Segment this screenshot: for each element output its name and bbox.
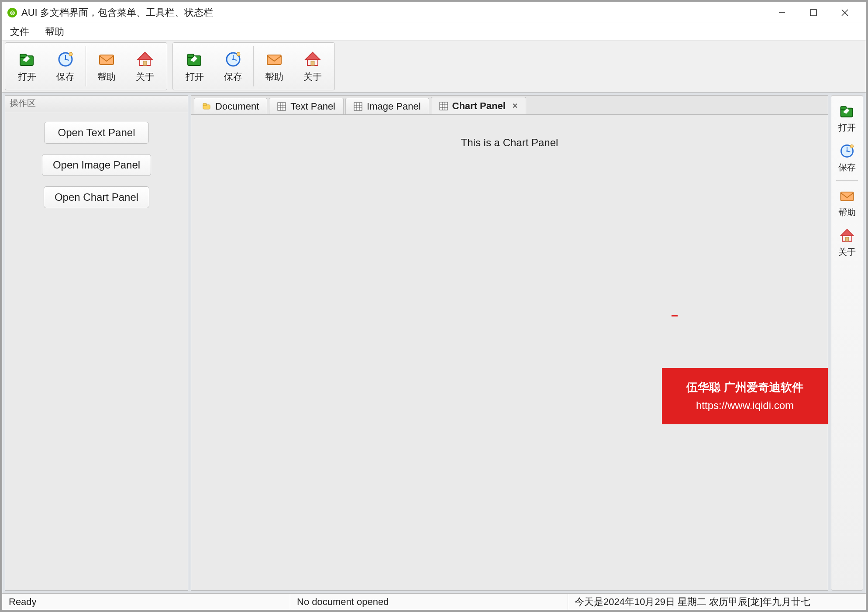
close-button[interactable] <box>829 2 861 23</box>
tb-save-label: 保存 <box>56 71 75 83</box>
toolbar-group-1: 打开 保存 帮助 关于 <box>5 42 167 90</box>
app-icon: ◎ <box>7 8 17 17</box>
rtb-about-label: 关于 <box>838 246 856 258</box>
document-area: Document Text Panel Image Panel Chart Pa… <box>191 95 828 591</box>
grid-icon <box>354 102 362 111</box>
open-chart-panel-button[interactable]: Open Chart Panel <box>44 186 149 208</box>
status-date: 今天是2024年10月29日 星期二 农历甲辰[龙]年九月廿七 <box>568 594 866 610</box>
open-icon <box>838 103 856 120</box>
grid-icon <box>439 102 448 110</box>
toolbar-group-2: 打开 保存 帮助 关于 <box>172 42 335 90</box>
red-dash-decor <box>672 315 678 316</box>
rtb-help-button[interactable]: 帮助 <box>834 185 861 222</box>
toolbar-separator <box>86 46 86 86</box>
titlebar: ◎ AUI 多文档界面，包含菜单、工具栏、状态栏 <box>2 2 866 23</box>
home-icon <box>303 50 322 69</box>
tb-open-label: 打开 <box>18 71 36 83</box>
watermark-url: https://www.iqidi.com <box>671 397 819 415</box>
rtb-open-label: 打开 <box>838 122 856 134</box>
tab-chart-label: Chart Panel <box>452 100 506 112</box>
tabs: Document Text Panel Image Panel Chart Pa… <box>191 96 828 115</box>
tab-close-icon[interactable]: × <box>513 101 518 111</box>
tb2-open-label: 打开 <box>186 71 204 83</box>
tab-document[interactable]: Document <box>194 98 267 114</box>
mail-icon <box>265 50 284 69</box>
menu-file[interactable]: 文件 <box>7 24 32 39</box>
clock-icon <box>56 50 75 69</box>
tb-help-button[interactable]: 帮助 <box>87 45 126 88</box>
tb-about-button[interactable]: 关于 <box>126 45 164 88</box>
window-title: AUI 多文档界面，包含菜单、工具栏、状态栏 <box>21 6 213 19</box>
tb2-about-label: 关于 <box>303 71 322 83</box>
home-icon <box>135 50 155 69</box>
tb2-save-button[interactable]: 保存 <box>214 45 252 88</box>
menubar: 文件 帮助 <box>2 23 866 41</box>
tb2-open-button[interactable]: 打开 <box>176 45 214 88</box>
maximize-button[interactable] <box>798 2 829 23</box>
watermark: 伍华聪 广州爱奇迪软件 https://www.iqidi.com <box>662 368 828 424</box>
open-text-panel-button[interactable]: Open Text Panel <box>44 122 149 144</box>
tb-open-button[interactable]: 打开 <box>8 45 46 88</box>
main-row: 操作区 Open Text Panel Open Image Panel Ope… <box>2 93 866 593</box>
open-icon <box>17 50 37 69</box>
clock-icon <box>224 50 243 69</box>
open-icon <box>185 50 204 69</box>
tab-image-label: Image Panel <box>367 101 421 112</box>
folder-icon <box>202 102 211 111</box>
tb2-help-button[interactable]: 帮助 <box>255 45 293 88</box>
sidebar: 操作区 Open Text Panel Open Image Panel Ope… <box>5 95 188 591</box>
watermark-line1: 伍华聪 广州爱奇迪软件 <box>671 378 819 397</box>
rtb-about-button[interactable]: 关于 <box>834 224 861 261</box>
menu-help[interactable]: 帮助 <box>42 24 67 39</box>
toolbar-separator <box>836 180 858 181</box>
open-image-panel-button[interactable]: Open Image Panel <box>42 154 151 176</box>
mail-icon <box>97 50 116 69</box>
svg-rect-17 <box>810 10 816 16</box>
right-toolbar: 打开 保存 帮助 关于 <box>831 95 863 591</box>
status-document: No document opened <box>290 594 568 610</box>
home-icon <box>838 227 856 244</box>
status-ready: Ready <box>2 594 290 610</box>
toolbar-separator <box>253 46 254 86</box>
mail-icon <box>838 187 856 205</box>
statusbar: Ready No document opened 今天是2024年10月29日 … <box>2 593 866 610</box>
tb2-help-label: 帮助 <box>265 71 283 83</box>
document-content: This is a Chart Panel 伍华聪 广州爱奇迪软件 https:… <box>191 115 828 590</box>
tab-image-panel[interactable]: Image Panel <box>345 98 429 114</box>
rtb-save-button[interactable]: 保存 <box>834 140 861 177</box>
chart-panel-text: This is a Chart Panel <box>191 137 828 149</box>
app-window: ◎ AUI 多文档界面，包含菜单、工具栏、状态栏 文件 帮助 打开 保存 <box>2 2 866 610</box>
tab-text-panel[interactable]: Text Panel <box>269 98 344 114</box>
tab-text-label: Text Panel <box>290 101 335 112</box>
tb2-save-label: 保存 <box>224 71 242 83</box>
rtb-save-label: 保存 <box>838 162 856 173</box>
sidebar-body: Open Text Panel Open Image Panel Open Ch… <box>5 112 188 590</box>
tb-save-button[interactable]: 保存 <box>46 45 85 88</box>
tab-chart-panel[interactable]: Chart Panel × <box>431 97 526 114</box>
clock-icon <box>838 142 856 160</box>
grid-icon <box>277 102 286 111</box>
sidebar-title: 操作区 <box>5 96 188 112</box>
rtb-help-label: 帮助 <box>838 206 856 218</box>
toolbar-row: 打开 保存 帮助 关于 打开 保存 <box>2 41 866 93</box>
rtb-open-button[interactable]: 打开 <box>834 100 861 137</box>
tb2-about-button[interactable]: 关于 <box>293 45 332 88</box>
tb-about-label: 关于 <box>136 71 154 83</box>
minimize-button[interactable] <box>766 2 798 23</box>
tb-help-label: 帮助 <box>97 71 116 83</box>
tab-document-label: Document <box>215 101 259 112</box>
